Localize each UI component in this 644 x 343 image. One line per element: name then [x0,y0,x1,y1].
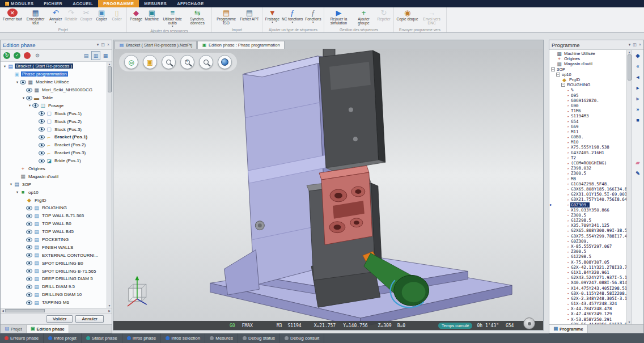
menu-tab-affichage[interactable]: AFFICHAGE [172,0,209,7]
gcode-line[interactable]: ▸O95 [549,93,626,98]
menu-tab-modules[interactable]: MODULES [0,0,39,7]
tree-item-op10[interactable]: ▼■op10 [1,188,106,196]
ribbon-button-envoi-vers-dnc[interactable]: →Envoi vers DNC [420,8,444,26]
view-compass-icon[interactable] [523,317,535,329]
gcode-line[interactable]: ▸T1M6 [549,108,626,113]
gcode-line[interactable]: ▸X-85.555Y297.067 [549,244,626,249]
record-red-icon[interactable] [23,51,32,60]
gcode-line[interactable]: ▸G1G94Z298.5F48. [549,181,626,187]
visibility-eye-icon[interactable] [26,245,32,249]
attach-icon[interactable]: ◆ [634,52,642,59]
gcode-line[interactable]: ▸M10 [549,139,626,145]
gcode-line[interactable]: ▸G0B0. [549,134,626,139]
gcode-line[interactable]: ▸M8 [549,176,626,181]
panel-tab-projet[interactable]: ▤Projet [1,325,27,333]
zoom-in-icon[interactable] [180,55,194,69]
gcode-line[interactable]: ▸G2X-42.11Y321.278I33.7 [549,265,626,270]
tree-item-external-contourni[interactable]: ▤EXTERNAL CONTOURNI... [1,251,106,259]
scroll-right-icon[interactable]: ▶ [108,309,111,312]
gcode-line[interactable]: ▸% [549,87,626,92]
gcode-line[interactable]: ▸G2X65.808Y300.99I-38.5 [549,228,626,233]
gcode-line[interactable]: ▸G1Z298.5 [549,254,626,259]
gcode-line[interactable]: ▸M11 [549,129,626,134]
gcode-line[interactable]: ▸X19.033Y350.866 [549,208,626,213]
fast-backward-icon[interactable]: « [634,62,642,70]
zoom-window-icon[interactable] [162,55,176,69]
gcode-line[interactable]: ▸G54 [549,118,626,124]
collapse-box-icon[interactable]: − [551,67,555,71]
tree-item-table[interactable]: ▼▬Table [1,94,106,102]
ribbon-button-enregistrer-tout[interactable]: ▦Enregistrer tout [23,8,48,26]
eraser-icon[interactable]: ▰ [634,159,642,166]
expander-icon[interactable]: ▼ [15,190,20,194]
gcode-line[interactable]: ▸G3X65.808Y185.166I34.8 [549,187,626,192]
expander-icon[interactable]: ▼ [21,96,26,100]
visibility-eye-icon[interactable] [26,253,32,257]
ribbon-button-couper[interactable]: ✂Couper [79,8,94,22]
tree-item-bride-pos-1[interactable]: ◪Bride (Pos.1) [1,157,106,165]
menu-tab-accueil[interactable]: ACCUEIL [67,0,98,7]
statusbar-item-statut-phase[interactable]: Statut phase [82,333,122,343]
visibility-eye-icon[interactable] [20,80,26,84]
gcode-line[interactable]: ▸X40.09Y247.088I-56.814 [549,280,626,285]
visibility-eye-icon[interactable] [39,127,45,132]
globe-view-icon[interactable] [218,55,232,69]
gcode-line[interactable]: ▸Z300.5 [549,213,626,218]
ribbon-button-annuler[interactable]: ↶Annuler▾ [48,8,63,24]
gcode-line[interactable]: ▸S1194M3 [549,113,626,118]
gcode-line[interactable]: ▸G90 [549,103,626,108]
tree-item-pocketing[interactable]: ▤POCKETING [1,236,106,244]
gcode-line[interactable]: ▸G43Z405.216H1 [549,150,626,155]
visibility-eye-icon[interactable] [39,143,45,147]
tree-item-stock-pos-1[interactable]: ▢Stock (Pos.1) [1,109,106,117]
visibility-eye-icon[interactable] [26,88,32,92]
tree-item-phase-programmation[interactable]: ▣Phase programmation [1,70,106,78]
program-vscrollbar[interactable]: ▲ ▼ [626,50,632,324]
phase-tree-hscrollbar[interactable]: ◀ ▶ [1,308,112,313]
tree-item-stock-pos-3[interactable]: ▢Stock (Pos.3) [1,125,106,133]
gcode-line[interactable]: ▸X-44.784Y248.478 [549,306,626,311]
statusbar-item-infos-phase[interactable]: Infos phase [122,333,161,343]
fast-forward-icon[interactable]: » [634,105,642,113]
chevron-down-icon[interactable]: ▾ [629,43,631,47]
ribbon-button-fraisage[interactable]: ▼Fraisage▾ [264,8,281,24]
collapse-box-icon[interactable]: − [556,73,560,77]
visibility-eye-icon[interactable] [26,269,32,273]
ribbon-button-r-tablir[interactable]: ↷Rétablir [63,8,79,22]
visibility-eye-icon[interactable] [26,261,32,265]
view-all-icon[interactable]: ◎ [124,55,138,69]
edit-icon[interactable]: ✎ [634,170,642,177]
gcode-line[interactable]: ▸G1Z298.5 [549,218,626,223]
gcode-line[interactable]: ▸T2 [549,155,626,160]
tree-view-icon[interactable]: ▦ [101,51,110,60]
tree-item-bracket-pos-2[interactable]: ⌐Bracket (Pos.2) [1,141,106,149]
tree-item-bracket-start-re-process[interactable]: ▼▤Bracket ( Start Re-process ) [1,62,106,70]
visibility-eye-icon[interactable] [39,151,45,155]
gcode-line[interactable]: ▸Z300.5 [549,249,626,254]
visibility-eye-icon[interactable] [26,300,32,305]
statusbar-item-infos-projet[interactable]: Infos projet [44,333,82,343]
scroll-thumb[interactable] [628,54,632,81]
visibility-eye-icon[interactable] [39,111,45,116]
gcode-line[interactable]: ▸X-47.436Y249.129 [549,311,626,316]
gcode-line[interactable]: ▸X-53.858Y250.291 [549,317,626,322]
expander-icon[interactable]: ▼ [27,104,32,107]
tree-item-mori-seiki-nh5000dcg[interactable]: ▦Mori_Seiki_NH5000DCG [1,86,106,94]
collapse-box-icon[interactable]: − [561,83,565,87]
tree-item-roughing[interactable]: ▤ROUGHING [1,204,106,212]
scroll-thumb[interactable] [5,309,45,312]
pin-icon[interactable]: ◫ [101,43,105,47]
program-node-roughing[interactable]: −ROUGHING [549,82,626,87]
gcode-line[interactable]: ▸(COM=ROUGHING) [549,160,626,166]
settings-gear-icon[interactable]: ⚙ [33,51,42,60]
gcode-line[interactable]: ▸G0G91G28Z0. [549,98,626,103]
gcode-line[interactable]: ▸G3X-0.115Y248.58I2208. [549,291,626,296]
scroll-down-icon[interactable]: ▼ [108,304,111,307]
ribbon-button-programme-iso[interactable]: ▤Programme ISO [214,8,239,26]
tree-item-finish-walls[interactable]: ▤FINISH WALLS [1,243,106,251]
gcode-line[interactable]: ▸G2X-2.348Y248.305I-3.1 [549,296,626,301]
document-tab-edition-phase-phase-programm[interactable]: ▣Edition phase : Phase programmation [197,41,285,49]
gcode-line[interactable]: ▸G2X31.01Y150.5I-69.003 [549,192,626,197]
visibility-eye-icon[interactable] [26,238,32,242]
list-view-icon[interactable]: ▤ [82,51,91,60]
